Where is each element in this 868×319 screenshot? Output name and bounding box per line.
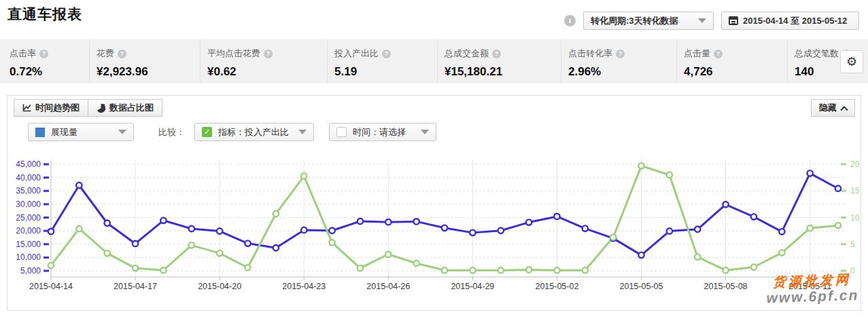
trend-chart-icon: [22, 104, 31, 112]
left-axis-tick: [44, 176, 49, 179]
data-point-展现量: [638, 252, 644, 258]
help-icon[interactable]: ?: [616, 50, 625, 58]
help-icon[interactable]: ?: [492, 50, 501, 58]
stat-value: 2.96%: [568, 65, 676, 79]
data-point-展现量: [385, 219, 391, 225]
right-axis-label: 15: [850, 186, 860, 195]
help-icon[interactable]: ?: [118, 50, 126, 58]
x-axis-label: 2015-04-17: [114, 282, 157, 291]
watermark-url: www.6pf.cn: [766, 286, 859, 306]
conversion-period-dropdown[interactable]: 转化周期:3天转化数据: [583, 12, 714, 30]
data-point-投入产出比: [751, 264, 757, 269]
data-point-投入产出比: [526, 267, 532, 272]
data-point-投入产出比: [470, 267, 475, 273]
report-panel: 时间趋势图 数据占比图 隐藏 展现量 比较： ✓ 指标：投入产出比 时间：请选择: [7, 95, 861, 311]
help-icon[interactable]: ?: [382, 50, 391, 58]
chevron-down-icon: [298, 130, 307, 134]
data-point-展现量: [76, 183, 82, 188]
chevron-down-icon: [421, 130, 429, 134]
data-point-投入产出比: [835, 223, 841, 228]
trend-line-chart: 5,00010,00015,00020,00025,00030,00035,00…: [7, 151, 861, 307]
left-axis-tick: [44, 257, 49, 259]
data-point-投入产出比: [358, 265, 363, 271]
header-controls: i 转化周期:3天转化数据 2015-04-14 至 2015-05-12: [564, 12, 859, 30]
info-icon[interactable]: i: [564, 15, 576, 26]
data-point-展现量: [470, 230, 475, 236]
stats-bar: 点击率?0.72%花费?¥2,923.96平均点击花费?¥0.62投入产出比?5…: [0, 39, 868, 83]
tab-time-trend[interactable]: 时间趋势图: [14, 99, 88, 117]
help-icon[interactable]: ?: [264, 50, 273, 58]
data-point-展现量: [442, 225, 447, 231]
main-metric-dropdown[interactable]: 展现量: [28, 123, 134, 141]
left-axis-label: 5,000: [20, 266, 41, 276]
tab-data-proportion[interactable]: 数据占比图: [88, 99, 162, 117]
data-point-展现量: [189, 226, 194, 231]
compare-metric-checkbox[interactable]: ✓: [202, 127, 212, 137]
chevron-up-icon: [840, 106, 848, 113]
data-point-投入产出比: [329, 240, 334, 245]
series-line-投入产出比: [51, 166, 838, 270]
left-axis-tick: [44, 243, 49, 245]
stat-label: 点击转化率?: [568, 48, 676, 60]
tab-label: 数据占比图: [109, 102, 154, 114]
stat-value: 0.72%: [10, 65, 89, 79]
stat-label-text: 点击率: [10, 48, 36, 60]
compare-metric-label: 指标：投入产出比: [218, 126, 289, 138]
data-point-展现量: [498, 228, 504, 233]
right-axis-label: 5: [850, 240, 855, 249]
data-point-投入产出比: [385, 251, 391, 257]
left-axis-label: 40,000: [16, 173, 41, 183]
left-axis-tick: [44, 270, 49, 272]
data-point-展现量: [807, 170, 812, 176]
left-axis-label: 45,000: [16, 160, 41, 169]
help-icon[interactable]: ?: [39, 50, 48, 58]
stat-label: 点击率?: [10, 48, 89, 60]
data-point-展现量: [358, 219, 363, 224]
left-axis-label: 25,000: [16, 213, 41, 223]
data-point-投入产出比: [413, 261, 419, 266]
data-point-投入产出比: [638, 163, 644, 168]
stat-cell: 投入产出比?5.19: [327, 39, 437, 83]
stat-value: ¥0.62: [207, 65, 327, 79]
compare-time-checkbox[interactable]: [336, 127, 347, 137]
data-point-投入产出比: [273, 211, 279, 217]
left-axis-label: 20,000: [16, 226, 41, 236]
page-title: 直通车报表: [7, 5, 82, 24]
data-point-展现量: [329, 228, 334, 233]
watermark: 货源批发网 www.6pf.cn: [765, 272, 858, 307]
compare-time-dropdown[interactable]: 时间：请选择: [329, 123, 436, 141]
x-axis-label: 2015-04-20: [198, 282, 241, 291]
right-axis-tick: [841, 243, 846, 245]
data-point-展现量: [583, 225, 588, 231]
date-range-picker[interactable]: 2015-04-14 至 2015-05-12: [721, 12, 859, 30]
help-icon[interactable]: ?: [714, 50, 723, 58]
hide-button[interactable]: 隐藏: [811, 99, 855, 117]
compare-metric-dropdown[interactable]: ✓ 指标：投入产出比: [194, 123, 314, 141]
data-point-展现量: [526, 219, 532, 225]
left-axis-tick: [44, 217, 49, 219]
stat-cell: 点击量?4,726: [676, 39, 787, 83]
stat-cell: 花费?¥2,923.96: [89, 39, 200, 83]
data-point-投入产出比: [189, 242, 194, 248]
data-point-展现量: [160, 218, 166, 223]
filter-row: 展现量 比较： ✓ 指标：投入产出比 时间：请选择: [28, 123, 436, 141]
data-point-展现量: [723, 202, 728, 207]
chevron-down-icon: [698, 18, 706, 23]
hide-label: 隐藏: [819, 102, 837, 114]
compare-time-label: 时间：请选择: [353, 126, 406, 138]
stat-label: 点击量?: [684, 48, 787, 60]
data-point-投入产出比: [667, 172, 672, 178]
gear-icon[interactable]: ⚙: [840, 50, 863, 73]
stat-value: 4,726: [684, 65, 787, 79]
stat-cell: 点击率?0.72%: [0, 39, 89, 83]
stat-cell: 总成交金额?¥15,180.21: [437, 39, 561, 83]
data-point-展现量: [48, 229, 54, 234]
data-point-投入产出比: [301, 173, 307, 179]
data-point-展现量: [105, 221, 110, 226]
stat-label-text: 平均点击花费: [207, 48, 260, 60]
data-point-投入产出比: [245, 265, 250, 270]
x-axis-label: 2015-04-23: [282, 282, 326, 291]
x-axis-label: 2015-04-29: [451, 282, 494, 291]
data-point-投入产出比: [76, 226, 82, 231]
chart-tabs: 时间趋势图 数据占比图: [14, 99, 162, 117]
